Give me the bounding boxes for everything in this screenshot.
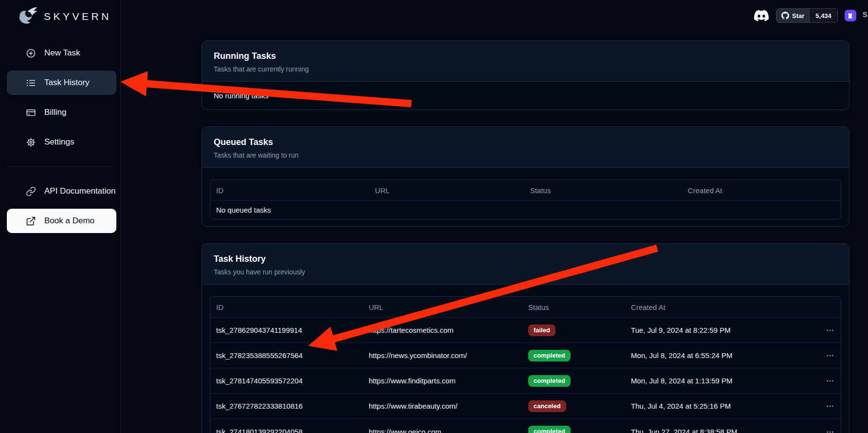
skyvern-dragon-icon (15, 5, 39, 28)
queued-tasks-table: IDURLStatusCreated At No queued tasks (210, 180, 841, 219)
status-badge: failed (528, 325, 555, 336)
running-tasks-card: Running Tasks Tasks that are currently r… (202, 40, 850, 110)
sidebar-item-billing[interactable]: Billing (7, 100, 116, 125)
row-actions-button[interactable]: ⋯ (826, 401, 835, 411)
task-row[interactable]: tsk_276727822333810816 https://www.tirab… (210, 394, 841, 419)
sidebar-item-new-task[interactable]: New Task (7, 41, 116, 65)
card-subtitle: Tasks that are currently running (214, 65, 837, 73)
column-header-url: URL (363, 297, 522, 318)
column-header-status: Status (522, 297, 625, 318)
task-history-header: Task History Tasks you have run previous… (202, 244, 849, 285)
sidebar-nav: New Task Task History Billing Settings (0, 41, 120, 233)
main-content: Running Tasks Tasks that are currently r… (202, 40, 850, 433)
sidebar: SKYVERN New Task Task History Billing (0, 0, 121, 433)
credit-card-icon (26, 108, 36, 118)
task-row[interactable]: tsk_278147405593572204 https://www.findi… (210, 368, 841, 394)
task-created-at: Mon, Jul 8, 2024 at 1:13:59 PM (625, 368, 808, 394)
sidebar-item-settings[interactable]: Settings (7, 130, 116, 154)
card-title: Task History (214, 254, 837, 264)
gear-icon (26, 137, 36, 147)
sidebar-item-task-history[interactable]: Task History (7, 71, 116, 95)
external-link-icon (26, 216, 36, 226)
sidebar-item-label: Settings (44, 137, 74, 147)
queued-table-header-row: IDURLStatusCreated At (210, 180, 841, 201)
github-icon (781, 12, 789, 19)
sidebar-item-book-a-demo[interactable]: Book a Demo (7, 209, 116, 233)
column-header-status: Status (524, 180, 682, 201)
brand-logo: SKYVERN (0, 0, 120, 29)
task-url: https://tartecosmetics.com (363, 318, 522, 343)
queued-empty-row: No queued tasks (210, 201, 841, 219)
task-url: https://news.ycombinator.com/ (363, 343, 522, 368)
task-url: https://www.geico.com (363, 419, 522, 433)
card-title: Queued Tasks (214, 137, 837, 147)
sidebar-item-label: Book a Demo (44, 216, 94, 226)
queued-tasks-header: Queued Tasks Tasks that are waiting to r… (202, 127, 849, 168)
sidebar-divider (7, 166, 113, 167)
link-icon (26, 186, 36, 197)
plus-circle-icon (26, 48, 36, 58)
sidebar-item-api-documentation[interactable]: API Documentation (7, 179, 116, 203)
task-id: tsk_278629043741199914 (210, 318, 363, 343)
avatar-glyph-icon (847, 12, 854, 19)
brand-name: SKYVERN (44, 11, 111, 22)
task-status-cell: completed (522, 368, 625, 394)
task-status-cell: completed (522, 419, 625, 433)
list-icon (26, 78, 36, 88)
status-badge: canceled (528, 400, 566, 412)
sidebar-item-label: New Task (44, 48, 80, 58)
status-badge: completed (528, 426, 571, 433)
task-id: tsk_278235388555267564 (210, 343, 363, 368)
column-header-id: ID (210, 180, 369, 201)
task-url: https://www.tirabeauty.com/ (363, 394, 522, 419)
column-header-url: URL (369, 180, 524, 201)
status-badge: completed (528, 350, 571, 361)
column-header-created-at: Created At (682, 180, 841, 201)
column-header-id: ID (210, 297, 363, 318)
sidebar-item-label: Billing (44, 108, 66, 117)
task-created-at: Tue, Jul 9, 2024 at 8:22:59 PM (625, 318, 808, 343)
task-status-cell: canceled (522, 394, 625, 419)
task-history-table: IDURLStatusCreated At tsk_27862904374119… (210, 296, 841, 433)
queued-tasks-card: Queued Tasks Tasks that are waiting to r… (202, 126, 850, 227)
card-title: Running Tasks (214, 51, 837, 61)
task-history-card: Task History Tasks you have run previous… (202, 243, 850, 433)
sidebar-item-label: API Documentation (44, 186, 115, 196)
column-header-created-at: Created At (625, 297, 808, 318)
status-badge: completed (528, 375, 571, 387)
task-status-cell: failed (522, 318, 625, 343)
task-created-at: Thu, Jul 4, 2024 at 5:25:16 PM (625, 394, 808, 419)
cutoff-username-text: S (863, 11, 867, 18)
row-actions-button[interactable]: ⋯ (826, 351, 835, 360)
task-row[interactable]: tsk_274180139292204058 https://www.geico… (210, 419, 841, 433)
task-id: tsk_276727822333810816 (210, 394, 363, 419)
sidebar-item-label: Task History (44, 78, 90, 88)
task-url: https://www.finditparts.com (363, 368, 522, 394)
user-avatar[interactable] (845, 10, 856, 21)
github-star-label: Star (792, 12, 804, 19)
card-subtitle: Tasks you have run previously (214, 268, 837, 276)
task-id: tsk_274180139292204058 (210, 419, 363, 433)
column-header-actions (808, 297, 841, 318)
task-created-at: Thu, Jun 27, 2024 at 8:38:58 PM (625, 419, 808, 433)
running-tasks-header: Running Tasks Tasks that are currently r… (202, 41, 849, 82)
task-row[interactable]: tsk_278629043741199914 https://tartecosm… (210, 318, 841, 343)
discord-icon[interactable] (754, 8, 769, 23)
task-row[interactable]: tsk_278235388555267564 https://news.ycom… (210, 343, 841, 368)
row-actions-button[interactable]: ⋯ (826, 325, 835, 335)
task-created-at: Mon, Jul 8, 2024 at 6:55:24 PM (625, 343, 808, 368)
card-subtitle: Tasks that are waiting to run (214, 151, 837, 159)
github-star-button[interactable]: Star 5,434 (776, 8, 838, 23)
running-tasks-empty-state: No running tasks (202, 82, 849, 109)
row-actions-button[interactable]: ⋯ (826, 427, 835, 433)
queued-tasks-empty-state: No queued tasks (210, 201, 841, 219)
task-id: tsk_278147405593572204 (210, 368, 363, 394)
github-star-count: 5,434 (809, 9, 837, 22)
history-table-header-row: IDURLStatusCreated At (210, 297, 841, 318)
row-actions-button[interactable]: ⋯ (826, 376, 835, 385)
task-status-cell: completed (522, 343, 625, 368)
topbar-actions: Star 5,434 (754, 8, 856, 23)
